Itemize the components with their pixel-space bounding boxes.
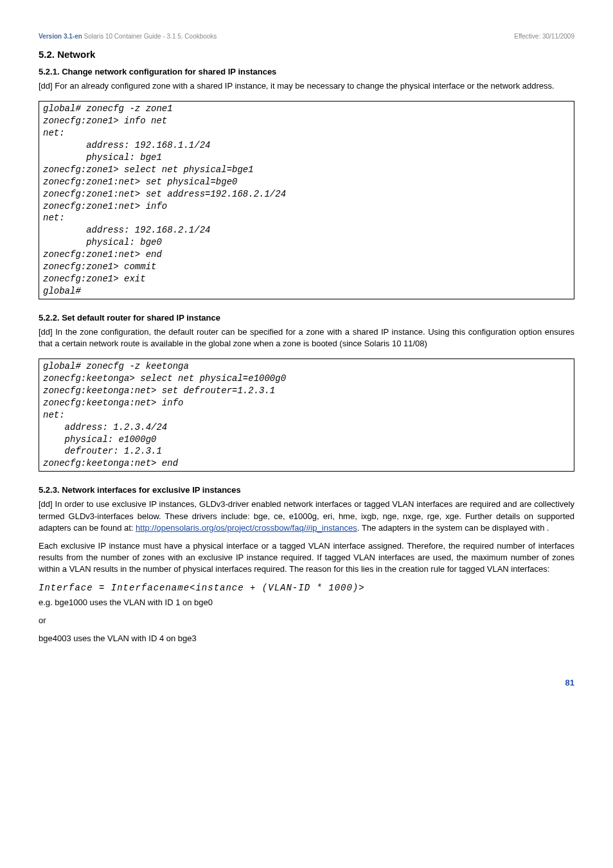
code-block-zone1: global# zonecfg -z zone1 zonecfg:zone1> … bbox=[39, 101, 574, 299]
section-5-2-3-paragraph-1: [dd] In order to use exclusive IP instan… bbox=[39, 499, 574, 534]
code-block-keetonga: global# zonecfg -z keetonga zonecfg:keet… bbox=[39, 359, 574, 472]
section-5-2-1-paragraph: [dd] For an already configured zone with… bbox=[39, 80, 574, 92]
example-bge4003: bge4003 uses the VLAN with ID 4 on bge3 bbox=[39, 633, 574, 644]
header-effective: Effective: 30/11/2009 bbox=[514, 32, 574, 41]
interface-formula: Interface = Interfacename<instance + (VL… bbox=[39, 582, 574, 595]
or-text: or bbox=[39, 615, 574, 626]
section-5-2-2-heading: 5.2.2. Set default router for shared IP … bbox=[39, 312, 574, 324]
header-left: Version 3.1-en Solaris 10 Container Guid… bbox=[39, 32, 217, 41]
page-header: Version 3.1-en Solaris 10 Container Guid… bbox=[39, 32, 574, 41]
opensolaris-link[interactable]: http://opensolaris.org/os/project/crossb… bbox=[136, 523, 357, 533]
section-5-2-2-paragraph: [dd] In the zone configuration, the defa… bbox=[39, 326, 574, 350]
header-title: Solaris 10 Container Guide - 3.1 5. Cook… bbox=[82, 33, 217, 40]
example-bge1000: e.g. bge1000 uses the VLAN with ID 1 on … bbox=[39, 597, 574, 608]
section-5-2-1-heading: 5.2.1. Change network configuration for … bbox=[39, 66, 574, 78]
section-5-2-heading: 5.2. Network bbox=[39, 48, 574, 61]
para1-text-b: . The adapters in the system can be disp… bbox=[357, 523, 549, 533]
section-5-2-3-paragraph-2: Each exclusive IP instance must have a p… bbox=[39, 540, 574, 576]
section-5-2-3-heading: 5.2.3. Network interfaces for exclusive … bbox=[39, 484, 574, 496]
page-number: 81 bbox=[39, 677, 574, 689]
header-version: Version 3.1-en bbox=[39, 33, 82, 40]
